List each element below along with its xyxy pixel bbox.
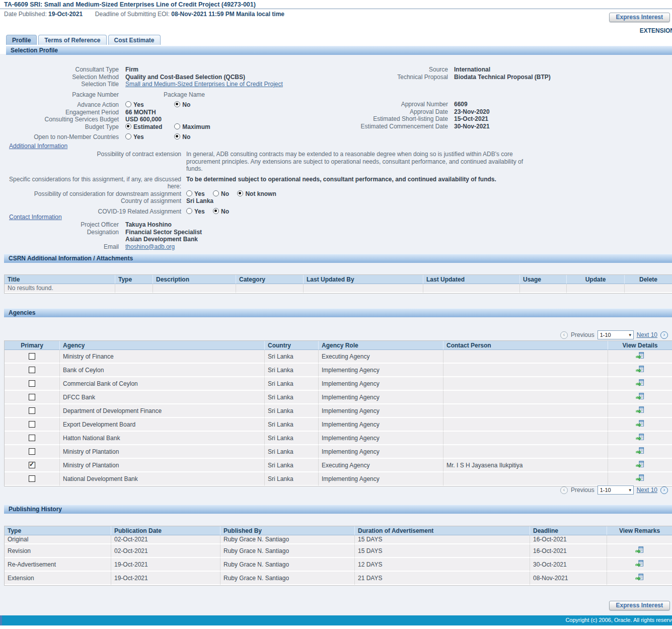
contact-information-link[interactable]: Contact Information xyxy=(9,214,62,221)
selection-profile-left-fields: Consultant TypeFirm Selection MethodQual… xyxy=(4,66,339,141)
next-link[interactable]: Next 10 xyxy=(637,486,657,494)
table-row: National Development Bank Sri Lanka Impl… xyxy=(5,472,672,486)
agency-role-cell: Implementing Agency xyxy=(319,445,443,459)
radio-selected-icon xyxy=(125,123,131,129)
primary-checkbox[interactable] xyxy=(29,475,35,482)
primary-checkbox[interactable] xyxy=(29,367,35,373)
page-range-select[interactable]: 1-10▼ xyxy=(598,485,634,495)
page-title: TA-6609 SRI: Small and Medium-Sized Ente… xyxy=(4,1,256,8)
tab-profile[interactable]: Profile xyxy=(6,35,37,45)
dropdown-arrow-icon: ▼ xyxy=(628,333,632,337)
consultant-type-label: Consultant Type xyxy=(4,66,125,74)
agency-cell: Ministry of Plantation xyxy=(60,445,265,459)
view-remarks-icon[interactable] xyxy=(635,574,644,582)
deadline-label: Deadline of Submitting EOI: xyxy=(95,11,170,18)
view-details-icon[interactable] xyxy=(636,379,644,388)
section-agencies: Agencies xyxy=(4,308,672,317)
package-number-label: Package Number xyxy=(4,91,125,99)
copyright-text: Copyright (c) 2006, Oracle. All rights r… xyxy=(565,617,672,623)
covid-yes-option[interactable]: Yes xyxy=(186,208,205,216)
primary-checkbox-checked[interactable] xyxy=(29,462,35,468)
view-remarks-icon[interactable] xyxy=(635,560,644,569)
publication-date-cell: 19-Oct-2021 xyxy=(111,558,220,572)
primary-checkbox[interactable] xyxy=(29,394,35,400)
view-details-icon[interactable] xyxy=(636,420,644,429)
next-link[interactable]: Next 10 xyxy=(637,331,657,338)
table-row: Revision 02-Oct-2021 Ruby Grace N. Santi… xyxy=(5,544,672,558)
budget-type-estimated-option[interactable]: Estimated xyxy=(125,123,173,131)
email-link[interactable]: thoshino@adb.org xyxy=(125,243,175,251)
express-interest-button-bottom[interactable]: Express Interest xyxy=(609,601,670,610)
next-arrow-icon[interactable]: › xyxy=(660,486,668,494)
covid-no-option[interactable]: No xyxy=(213,208,229,216)
agencies-header-row: Primary Agency Country Agency Role Conta… xyxy=(5,341,672,350)
view-details-icon[interactable] xyxy=(636,447,644,456)
view-details-icon[interactable] xyxy=(636,352,644,361)
country-cell: Sri Lanka xyxy=(265,364,319,377)
agency-cell: Department of Development Finance xyxy=(60,404,265,418)
contact-information-fields: Project OfficerTakuya Hoshino Designatio… xyxy=(4,221,339,250)
view-details-icon[interactable] xyxy=(636,461,644,469)
table-row: Commercial Bank of Ceylon Sri Lanka Impl… xyxy=(5,377,672,391)
downstream-yes-option[interactable]: Yes xyxy=(186,190,205,198)
previous-arrow-icon[interactable]: ‹ xyxy=(560,331,568,339)
source-label: Source xyxy=(344,66,454,74)
view-details-icon[interactable] xyxy=(636,474,644,483)
column-header: Title xyxy=(5,275,115,284)
commencement-date-label: Estimated Commencement Date xyxy=(344,123,454,130)
project-officer-value: Takuya Hoshino xyxy=(125,221,172,229)
selection-title-link[interactable]: Small and Medium-Sized Enterprises Line … xyxy=(125,81,283,88)
primary-checkbox[interactable] xyxy=(29,421,35,428)
designation-label: Designation xyxy=(4,229,125,236)
attachments-table: Title Type Description Category Last Upd… xyxy=(4,274,672,294)
view-details-icon[interactable] xyxy=(636,434,644,442)
primary-checkbox[interactable] xyxy=(29,448,35,455)
open-non-member-no-option[interactable]: No xyxy=(174,133,190,141)
primary-checkbox[interactable] xyxy=(29,353,35,360)
radio-icon xyxy=(125,133,131,139)
advance-action-no-option[interactable]: No xyxy=(174,101,190,109)
view-details-icon[interactable] xyxy=(636,366,644,374)
advance-action-yes-option[interactable]: Yes xyxy=(125,101,173,109)
approval-date-label: Approval Date xyxy=(344,108,454,116)
technical-proposal-value: Biodata Technical Proposal (BTP) xyxy=(454,74,551,81)
contact-person-cell xyxy=(443,432,608,445)
next-arrow-icon[interactable]: › xyxy=(660,331,668,339)
primary-checkbox[interactable] xyxy=(29,435,35,441)
previous-arrow-icon[interactable]: ‹ xyxy=(560,486,568,494)
radio-label: Yes xyxy=(194,190,205,197)
column-header: Deadline xyxy=(530,526,607,535)
view-details-icon[interactable] xyxy=(636,406,644,415)
view-details-icon[interactable] xyxy=(636,393,644,401)
budget-type-maximum-option[interactable]: Maximum xyxy=(174,123,210,131)
agency-cell: National Development Bank xyxy=(60,472,265,486)
view-remarks-icon[interactable] xyxy=(635,546,644,555)
published-by-cell: Ruby Grace N. Santiago xyxy=(220,535,355,544)
express-interest-button-top[interactable]: Express Interest xyxy=(609,13,670,22)
downstream-not-known-option[interactable]: Not known xyxy=(237,190,276,198)
radio-label: No xyxy=(221,190,229,197)
primary-checkbox[interactable] xyxy=(29,380,35,387)
commencement-date-value: 30-Nov-2021 xyxy=(454,123,490,130)
open-non-member-yes-option[interactable]: Yes xyxy=(125,133,173,141)
additional-information-link[interactable]: Additional Information xyxy=(9,143,67,150)
tab-cost-estimate[interactable]: Cost Estimate xyxy=(108,35,161,45)
radio-icon xyxy=(186,190,192,196)
agency-role-cell: Executing Agency xyxy=(319,350,443,364)
tab-terms-of-reference[interactable]: Terms of Reference xyxy=(38,35,106,45)
consulting-budget-label: Consulting Services Budget xyxy=(4,116,125,123)
shortlisting-date-value: 15-Oct-2021 xyxy=(454,115,488,123)
primary-checkbox[interactable] xyxy=(29,407,35,414)
table-row: Hatton National Bank Sri Lanka Implement… xyxy=(5,432,672,445)
page-range-select[interactable]: 1-10▼ xyxy=(598,330,634,339)
contact-person-cell xyxy=(443,364,608,377)
downstream-no-option[interactable]: No xyxy=(213,190,229,198)
technical-proposal-label: Technical Proposal xyxy=(344,74,454,81)
agency-role-cell: Implementing Agency xyxy=(319,364,443,377)
country-cell: Sri Lanka xyxy=(265,377,319,391)
selection-method-value: Quality and Cost-Based Selection (QCBS) xyxy=(125,74,245,81)
table-row: DFCC Bank Sri Lanka Implementing Agency xyxy=(5,391,672,404)
column-header: Duration of Advertisement xyxy=(355,526,530,535)
radio-label: No xyxy=(182,133,190,141)
column-header: Agency xyxy=(60,341,265,350)
